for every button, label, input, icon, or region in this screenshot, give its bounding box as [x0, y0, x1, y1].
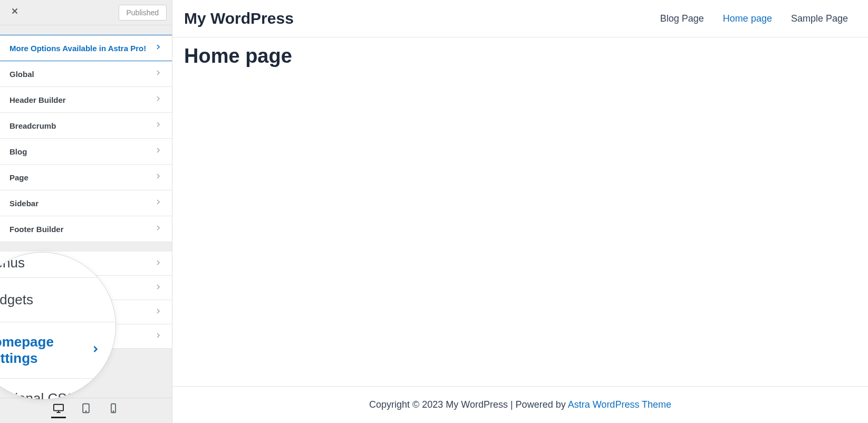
chevron-right-icon [154, 146, 162, 157]
device-mobile-button[interactable] [106, 403, 121, 418]
chevron-right-icon [154, 331, 162, 342]
device-tablet-button[interactable] [79, 403, 93, 418]
menu-label: Footer Builder [9, 225, 64, 234]
site-footer: Copyright © 2023 My WordPress | Powered … [172, 386, 868, 423]
close-icon [10, 6, 20, 18]
menu-item-global[interactable]: Global [0, 61, 172, 87]
menu-item-page[interactable]: Page [0, 165, 172, 190]
chevron-right-icon [154, 94, 162, 105]
desktop-icon [53, 403, 64, 415]
footer-theme-link[interactable]: Astra WordPress Theme [568, 399, 671, 410]
menu-item-breadcrumb[interactable]: Breadcrumb [0, 113, 172, 139]
chevron-right-icon [154, 43, 162, 53]
menu-item-blog[interactable]: Blog [0, 139, 172, 165]
chevron-right-icon [154, 198, 162, 208]
magnified-widgets: Widgets [0, 278, 115, 322]
site-title[interactable]: My WordPress [184, 9, 294, 27]
chevron-right-icon [154, 283, 162, 293]
primary-nav: Blog Page Home page Sample Page [660, 13, 848, 24]
chevron-right-icon [154, 307, 162, 318]
menu-item-footer-builder[interactable]: Footer Builder [0, 216, 172, 242]
page-content: Home page [172, 37, 868, 386]
chevron-right-icon [154, 224, 162, 234]
chevron-right-icon [90, 344, 101, 357]
sidebar-header: Published [0, 0, 172, 25]
chevron-right-icon [154, 120, 162, 131]
tablet-icon [81, 403, 91, 415]
svg-point-2 [85, 411, 86, 411]
menu-label: Breadcrumb [9, 121, 56, 130]
nav-link-blog-page[interactable]: Blog Page [660, 13, 704, 24]
device-preview-bar [0, 398, 172, 423]
magnified-homepage-settings: Homepage Settings [0, 322, 115, 379]
device-desktop-button[interactable] [51, 403, 66, 418]
menu-label: Header Builder [9, 95, 66, 104]
menu-item-header-builder[interactable]: Header Builder [0, 87, 172, 113]
menu-label: Sidebar [9, 199, 38, 208]
menu-item-sidebar[interactable]: Sidebar [0, 190, 172, 216]
magnified-additional-css: Additional CSS [0, 379, 115, 400]
section-gap [0, 242, 172, 252]
sidebar-spacer [0, 25, 172, 35]
menu-label: Page [9, 173, 28, 182]
customizer-sidebar: Published More Options Available in Astr… [0, 0, 172, 423]
promo-label: More Options Available in Astra Pro! [9, 44, 146, 53]
mobile-icon [110, 403, 117, 415]
close-button[interactable] [5, 3, 24, 22]
footer-text: Copyright © 2023 My WordPress | Powered … [369, 399, 568, 410]
nav-link-sample-page[interactable]: Sample Page [791, 13, 848, 24]
chevron-right-icon [154, 69, 162, 79]
chevron-right-icon [154, 258, 162, 269]
svg-point-4 [113, 411, 113, 411]
menu-label: Global [9, 70, 34, 79]
astra-pro-promo[interactable]: More Options Available in Astra Pro! [0, 35, 172, 61]
svg-rect-0 [54, 404, 63, 410]
menu-group-design: Global Header Builder Breadcrumb Blog Pa… [0, 61, 172, 242]
menu-label: Blog [9, 147, 27, 156]
nav-link-home-page[interactable]: Home page [723, 13, 772, 24]
site-header: My WordPress Blog Page Home page Sample … [172, 0, 868, 37]
site-preview: My WordPress Blog Page Home page Sample … [172, 0, 868, 423]
chevron-right-icon [154, 172, 162, 182]
publish-status-button[interactable]: Published [119, 5, 167, 21]
page-heading: Home page [184, 45, 856, 68]
